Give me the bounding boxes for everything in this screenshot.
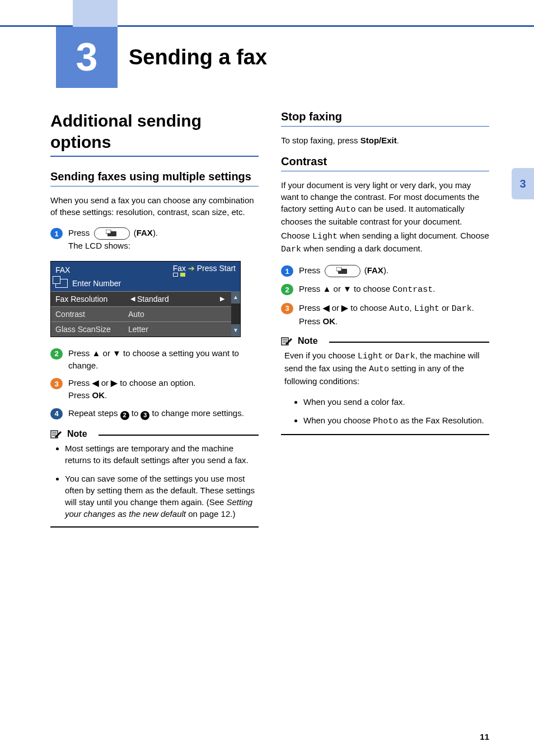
note-item-2: You can save some of the settings you us… — [65, 473, 259, 520]
dot-mono — [173, 273, 178, 277]
step-1-text: Press (FAX). The LCD shows: — [68, 227, 259, 252]
lcd-status: Fax ➔ Press Start — [173, 264, 236, 277]
text: Press — [299, 303, 323, 312]
top-band-accent — [73, 0, 118, 27]
intro-text: When you send a fax you can choose any c… — [50, 194, 259, 218]
top-band — [0, 0, 534, 27]
mono-dark: Dark — [281, 245, 301, 254]
text: or — [100, 348, 113, 358]
step-badge-2: 2 — [50, 348, 63, 360]
lcd-row-label: Contrast — [55, 310, 128, 319]
text: , — [410, 303, 414, 312]
lcd-row-value: Auto — [128, 310, 144, 319]
step-3-text: Press ◀ or ▶ to choose an option. Press … — [68, 377, 259, 402]
text: as the Fax Resolution. — [398, 416, 484, 425]
left-arrow-icon: ◀ — [128, 295, 137, 302]
c-step-1-text: Press (FAX). — [299, 264, 489, 277]
page: 3 Sending a fax 3 Additional sending opt… — [0, 0, 534, 756]
mono-dark: Dark — [452, 304, 472, 314]
note-heading: Note — [50, 429, 259, 439]
step-badge-3: 3 — [281, 303, 293, 314]
side-tab: 3 — [512, 168, 534, 199]
lcd-row-fax-resolution: Fax Resolution ◀ Standard ▶ — [51, 291, 231, 306]
lcd-row-contrast: Contrast Auto — [51, 306, 231, 321]
text: Press — [299, 316, 323, 326]
down-arrow-icon: ▼ — [113, 348, 121, 358]
up-arrow-icon: ▲ — [92, 348, 101, 358]
fax-machine-icon — [55, 279, 68, 288]
step-2: 2 Press ▲ or ▼ to choose a setting you w… — [50, 347, 259, 372]
step-4-text: Repeat steps 2 to 3 to change more setti… — [68, 407, 259, 420]
text: to change more settings. — [149, 408, 243, 418]
lcd-subheader: Enter Number — [51, 277, 240, 291]
text: on page 12.) — [186, 509, 235, 519]
right-arrow-icon: ▶ — [111, 378, 118, 388]
scroll-up-icon: ▲ — [231, 291, 240, 304]
left-arrow-icon: ◀ — [92, 378, 99, 388]
c-step-2: 2 Press ▲ or ▼ to choose Contrast. — [281, 283, 489, 296]
contrast-steps: 1 Press (FAX). 2 Press ▲ or ▼ to choose … — [281, 264, 489, 327]
svg-rect-7 — [336, 267, 341, 271]
text: When you choose — [303, 416, 373, 425]
note-lead: Even if you choose Light or Dark, the ma… — [284, 349, 489, 387]
fax-label: FAX — [137, 228, 153, 237]
text: Press — [68, 378, 92, 388]
text: or — [331, 284, 343, 293]
text: or — [330, 303, 342, 312]
text: or — [99, 378, 111, 388]
c-step-2-text: Press ▲ or ▼ to choose Contrast. — [299, 283, 489, 296]
lcd-screen: FAX Fax ➔ Press Start Enter Number Fax R… — [50, 261, 241, 337]
mono-light: Light — [414, 304, 439, 314]
step-badge-4: 4 — [50, 408, 63, 419]
text: Press — [68, 390, 92, 400]
mono-dark: Dark — [395, 352, 415, 361]
fax-label: FAX — [367, 265, 383, 275]
lcd-title: FAX — [55, 265, 70, 274]
subsection-title: Sending faxes using multiple settings — [50, 170, 259, 186]
text: . — [105, 390, 107, 400]
note-list: Most settings are temporary and the mach… — [50, 442, 259, 520]
note-item-1: Most settings are temporary and the mach… — [65, 442, 259, 466]
text: Press — [299, 284, 323, 293]
chapter-head: 3 Sending a fax — [56, 26, 534, 88]
text: . — [335, 316, 338, 326]
lcd-row-label: Glass ScanSize — [55, 325, 128, 334]
lcd-row-label: Fax Resolution — [55, 295, 128, 304]
arrow-icon: ➔ — [188, 264, 195, 273]
text: or — [383, 351, 395, 360]
text: when sending a light document. Choose — [338, 231, 489, 240]
text: when sending a dark document. — [301, 244, 423, 253]
dot-color — [180, 273, 185, 277]
note-rule — [329, 342, 489, 343]
mono-auto: Auto — [369, 365, 389, 374]
text: To stop faxing, press — [281, 136, 360, 145]
mono-light: Light — [312, 232, 338, 241]
note-rule — [99, 435, 259, 436]
step-badge-3: 3 — [50, 378, 63, 389]
text: . — [397, 136, 399, 145]
lcd-header: FAX Fax ➔ Press Start — [51, 262, 240, 277]
right-arrow-icon: ▶ — [218, 295, 227, 302]
lcd-scrollbar: ▲ ▼ — [231, 291, 240, 337]
page-number: 11 — [480, 732, 489, 741]
lcd-enter-number: Enter Number — [72, 279, 121, 288]
c-step-1: 1 Press (FAX). — [281, 264, 489, 277]
stop-exit-label: Stop/Exit — [360, 136, 397, 145]
ref-step-3: 3 — [140, 411, 149, 420]
up-arrow-icon: ▲ — [323, 284, 331, 293]
lcd-rows: Fax Resolution ◀ Standard ▶ Contrast Aut… — [51, 291, 231, 337]
text: ). — [153, 228, 158, 237]
note-pencil-icon — [50, 429, 63, 439]
step-badge-2: 2 — [281, 284, 293, 295]
step-3: 3 Press ◀ or ▶ to choose an option. Pres… — [50, 377, 259, 402]
note-end-rule — [50, 526, 259, 528]
left-steps: 1 Press (FAX). The LCD shows: — [50, 227, 259, 252]
scroll-down-icon: ▼ — [231, 324, 240, 337]
fax-button-icon — [325, 265, 360, 277]
note-item-2: When you choose Photo as the Fax Resolut… — [303, 414, 489, 427]
mono-auto: Auto — [390, 304, 410, 314]
contrast-para-2: Choose Light when sending a light docume… — [281, 230, 489, 255]
step-badge-1: 1 — [50, 228, 63, 239]
text: . — [433, 284, 435, 293]
text: to choose — [348, 303, 389, 312]
